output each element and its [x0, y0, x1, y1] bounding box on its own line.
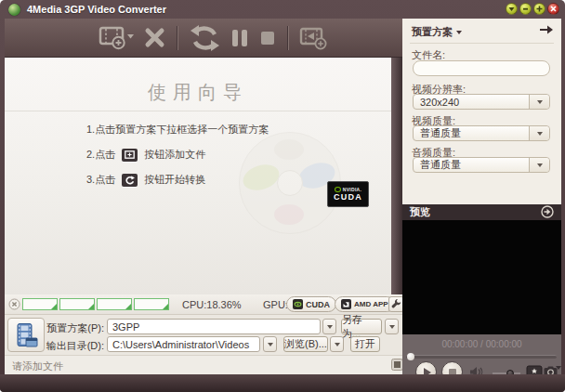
- expand-preset-panel-button[interactable]: [539, 24, 554, 37]
- wizard-divider: [5, 111, 391, 111]
- circled-arrow-right-icon: [541, 205, 554, 218]
- app-window: 4Media 3GP Video Converter: [0, 0, 565, 392]
- convert-icon: [189, 24, 221, 52]
- chevron-down-icon: [537, 132, 543, 136]
- preset-header-label: 预置方案: [412, 25, 453, 39]
- browse-button[interactable]: 浏览(B)...: [283, 336, 328, 352]
- wizard-steps: 1.点击预置方案下拉框选择一个预置方案 2.点击 按钮添加文件 3.点击 按钮开…: [86, 117, 269, 192]
- arrow-right-icon: [539, 24, 554, 35]
- preset-combo[interactable]: 3GPP: [107, 319, 321, 334]
- maximize-button[interactable]: [533, 3, 545, 15]
- step3-suffix: 按钮开始转换: [144, 173, 205, 187]
- step2-prefix: 2.点击: [86, 148, 115, 162]
- output-dir-label: 输出目录(D):: [35, 339, 104, 353]
- video-quality-value: 普通质量: [420, 126, 461, 140]
- wizard-step-3: 3.点击 按钮开始转换: [86, 167, 269, 192]
- chevron-down-icon: [456, 31, 462, 34]
- wizard-heading: 使用向导: [5, 80, 391, 105]
- panel-divider-shadow: [391, 58, 402, 294]
- preset-divider: [410, 43, 554, 44]
- titlebar: 4Media 3GP Video Converter: [0, 0, 565, 19]
- audio-quality-value: 普通质量: [420, 158, 461, 172]
- cuda-badge-text: CUDA: [334, 192, 362, 203]
- chevron-down-icon: [268, 343, 273, 346]
- wizard-area: 使用向导 1.点击预置方案下拉框选择一个预置方案 2.点击 按钮添加文件 3.点…: [5, 58, 402, 294]
- window-controls: [506, 3, 559, 15]
- convert-mini-icon: [122, 174, 138, 187]
- open-button[interactable]: 打开: [350, 336, 380, 352]
- step1-text: 1.点击预置方案下拉框选择一个预置方案: [86, 123, 269, 137]
- cpu-core-meter: [134, 298, 169, 310]
- output-dir-value: C:\Users\Administrator\Videos: [112, 339, 249, 350]
- browse-label: 浏览(B)...: [284, 337, 327, 351]
- resolution-dropdown-button[interactable]: [529, 95, 549, 109]
- playback-controls: 00:00:00 / 00:00:00: [402, 334, 561, 374]
- filename-input[interactable]: [413, 60, 550, 76]
- meter-close-icon[interactable]: [8, 298, 20, 312]
- audio-quality-combo[interactable]: 普通质量: [413, 157, 550, 173]
- cpu-usage-text: CPU:18.36%: [182, 299, 242, 310]
- video-quality-dropdown-button[interactable]: [529, 126, 549, 140]
- minimize-button[interactable]: [519, 3, 532, 15]
- video-quality-combo[interactable]: 普通质量: [413, 125, 550, 141]
- add-output-button[interactable]: [299, 25, 329, 51]
- preview-header: 预览: [402, 204, 561, 220]
- output-dir-dropdown-button[interactable]: [263, 336, 277, 352]
- convert-button[interactable]: [189, 24, 221, 52]
- output-dir-combo[interactable]: C:\Users\Administrator\Videos: [107, 336, 260, 352]
- wizard-step-2: 2.点击 按钮添加文件: [86, 142, 269, 167]
- toolbar: [5, 19, 402, 58]
- delete-icon: [143, 26, 166, 49]
- save-as-dropdown-button[interactable]: [385, 319, 399, 334]
- step3-prefix: 3.点击: [86, 173, 115, 187]
- amd-logo-icon: [341, 299, 351, 309]
- preset-combo-value: 3GPP: [112, 321, 139, 333]
- preset-combo-label: 预置方案(P):: [35, 321, 104, 335]
- delete-button[interactable]: [143, 26, 166, 49]
- minimize-icon: [522, 6, 529, 12]
- browse-dropdown-button[interactable]: [330, 336, 344, 352]
- seek-slider[interactable]: [406, 355, 557, 359]
- preview-screen: [402, 220, 561, 334]
- add-file-mini-icon: [122, 149, 138, 162]
- step2-suffix: 按钮添加文件: [144, 148, 205, 162]
- save-as-button[interactable]: 另存为...: [341, 319, 382, 334]
- expand-preview-button[interactable]: [541, 205, 554, 220]
- stop-icon: [258, 27, 277, 49]
- cuda-toggle-label: CUDA: [306, 300, 330, 309]
- cpu-core-meter: [59, 298, 95, 310]
- time-display: 00:00:00 / 00:00:00: [402, 339, 561, 349]
- close-button[interactable]: [547, 3, 559, 15]
- add-file-icon: [99, 24, 134, 52]
- pause-icon: [230, 27, 249, 49]
- preview-title: 预览: [410, 205, 541, 219]
- chevron-down-icon: [537, 100, 543, 104]
- audio-quality-dropdown-button[interactable]: [529, 158, 549, 172]
- wizard-step-1: 1.点击预置方案下拉框选择一个预置方案: [86, 117, 269, 142]
- footer-row: 请添加文件: [5, 356, 402, 374]
- cuda-toggle-button[interactable]: CUDA: [286, 296, 336, 312]
- app-icon: [8, 4, 20, 16]
- chevron-down-icon: [335, 343, 340, 346]
- gpu-label: GPU:: [263, 299, 288, 310]
- pause-button[interactable]: [230, 27, 249, 49]
- window-bottom-frame: [0, 374, 565, 392]
- add-file-button[interactable]: [99, 24, 134, 52]
- amd-app-toggle-button[interactable]: AMD APP: [335, 296, 395, 312]
- left-column: 使用向导 1.点击预置方案下拉框选择一个预置方案 2.点击 按钮添加文件 3.点…: [5, 19, 402, 374]
- rollup-button[interactable]: [506, 3, 518, 15]
- toolbar-separator: [287, 26, 289, 50]
- amd-toggle-label: AMD APP: [354, 300, 388, 308]
- nvidia-cuda-badge: NVIDIA. CUDA: [327, 181, 369, 207]
- stop-convert-button[interactable]: [258, 27, 277, 49]
- chevron-down-icon: [327, 325, 333, 329]
- chevron-down-icon: [537, 163, 543, 167]
- seek-knob[interactable]: [407, 353, 414, 360]
- cpu-core-meter: [97, 298, 132, 310]
- preset-combo-dropdown-button[interactable]: [322, 319, 336, 334]
- close-icon: [550, 6, 557, 12]
- chevron-down-icon: [389, 325, 395, 329]
- toolbar-separator: [177, 26, 178, 50]
- resolution-combo[interactable]: 320x240: [413, 94, 550, 110]
- preset-panel-header[interactable]: 预置方案: [412, 25, 462, 39]
